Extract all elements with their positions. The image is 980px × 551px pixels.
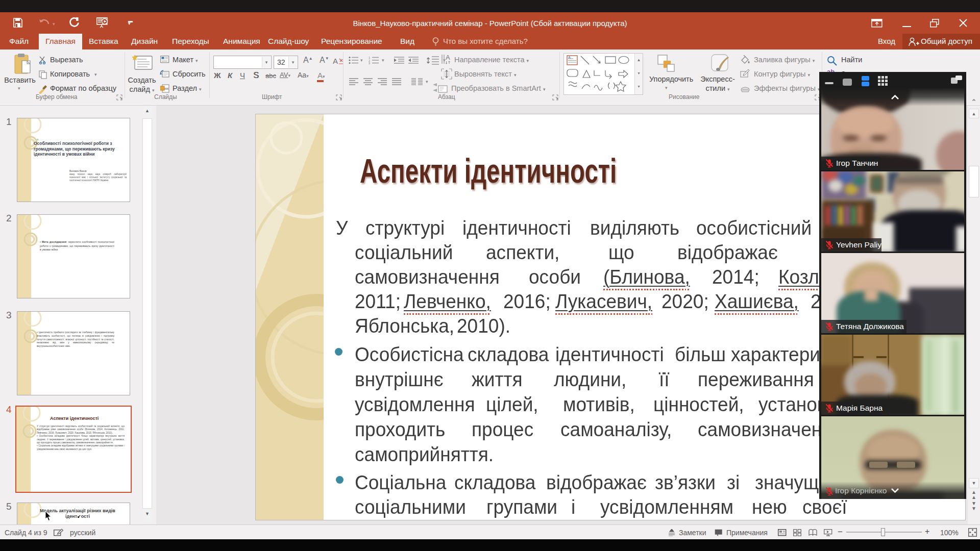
svg-text:3: 3 [369, 62, 370, 64]
svg-text:A: A [568, 56, 571, 59]
svg-text:A: A [446, 54, 450, 61]
svg-text:A: A [333, 57, 338, 65]
